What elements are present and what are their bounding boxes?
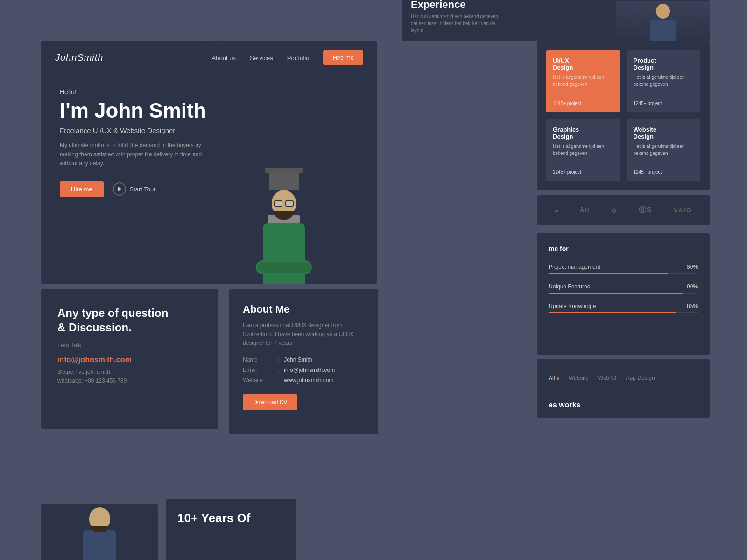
top-exp-desc: Het is al geruime tijd een bekend gegeve… <box>411 13 504 34</box>
service-website-projects: 1245+ project <box>634 169 694 175</box>
main-nav: JohnSmith About us Services Portfolio Hi… <box>41 41 377 74</box>
skill-uf-percent: 90% <box>687 283 698 290</box>
es-works-text: es works <box>549 401 580 409</box>
service-uiux[interactable]: UI/UXDesign Het is al geruime tijd een b… <box>546 50 620 112</box>
info-name-label: Name <box>243 357 273 363</box>
skill-pm-percent: 80% <box>687 264 698 270</box>
service-graphics[interactable]: GraphicsDesign Het is al geruime tijd ee… <box>546 119 620 182</box>
brands-strip: 𝒶 Āti ⊙ ⓈS VAIO <box>537 195 710 225</box>
info-website-row: Website : www.johnsmith.com <box>243 377 364 384</box>
filter-appdesign-btn[interactable]: App Design <box>626 375 655 381</box>
filter-dot <box>557 377 559 380</box>
top-experience-card: 10+ Years Of Experience Het is al geruim… <box>402 0 710 41</box>
skill-pm-bar-fill <box>549 273 668 274</box>
service-product[interactable]: ProductDesign Het is al geruime tijd een… <box>627 50 701 112</box>
info-name-value: John Smith <box>284 357 312 363</box>
skill-uf-bar-bg <box>549 293 698 294</box>
skill-unique-features: Unique Features 90% <box>549 283 698 294</box>
skill-uf-name: Unique Features <box>549 283 590 290</box>
service-product-title: ProductDesign <box>634 57 694 71</box>
service-product-projects: 1245+ project <box>634 101 694 106</box>
service-website-desc: Het is al geruime tijd een bekend gegeve… <box>634 143 694 157</box>
skill-pm-bar-bg <box>549 273 698 274</box>
play-icon <box>113 182 126 196</box>
service-graphics-desc: Het is al geruime tijd een bekend gegeve… <box>553 143 613 157</box>
nav-portfolio-link[interactable]: Portfolio <box>287 55 310 62</box>
info-email-colon: : <box>278 367 279 373</box>
nav-portfolio-item[interactable]: Portfolio <box>287 54 310 62</box>
hero-hire-btn[interactable]: Hire me <box>60 181 104 197</box>
service-website-title: WebsiteDesign <box>634 126 694 140</box>
service-uiux-desc: Het is al geruime tijd een bekend gegeve… <box>553 74 613 88</box>
bottom-exp-title-card: 10+ Years Of <box>166 499 296 560</box>
info-name-row: Name : John Smith <box>243 357 364 363</box>
info-email-value: info@johnsmith.com <box>284 367 335 373</box>
services-grid: UI/UXDesign Het is al geruime tijd een b… <box>537 41 710 190</box>
contact-email-link[interactable]: info@johnsmith.com <box>57 356 202 364</box>
service-product-desc: Het is al geruime tijd een bekend gegeve… <box>634 74 694 88</box>
info-name-colon: : <box>278 357 279 363</box>
skill-uk-bar-bg <box>549 312 698 313</box>
play-triangle <box>118 187 122 191</box>
partial-contact-for: me for <box>549 245 698 252</box>
filter-all-btn[interactable]: All <box>549 375 559 381</box>
question-title: Any type of question& Discussion. <box>57 306 202 335</box>
contact-skype: Skype: live.johnsmith <box>57 369 202 375</box>
skill-uf-bar-fill <box>549 293 683 294</box>
nav-hire-item[interactable]: Hire me <box>323 50 363 65</box>
nav-hire-btn[interactable]: Hire me <box>323 50 363 65</box>
service-graphics-title: GraphicsDesign <box>553 126 613 140</box>
info-website-label: Website <box>243 377 273 384</box>
nav-services-link[interactable]: Services <box>250 55 273 62</box>
about-me-title: About Me <box>243 303 364 315</box>
service-website[interactable]: WebsiteDesign Het is al geruime tijd een… <box>627 119 701 182</box>
info-email-label: Email <box>243 367 273 373</box>
bottom-exp-heading: 10+ Years Of <box>177 511 285 525</box>
info-website-colon: : <box>278 377 279 384</box>
start-tour-label: Start Tour <box>130 186 156 193</box>
contact-info-section: Any type of question& Discussion. Lets T… <box>41 289 218 429</box>
hero-start-tour-btn[interactable]: Start Tour <box>113 182 156 196</box>
hero-subtitle: Freelance UI/UX & Website Designer <box>60 126 237 134</box>
nav-about-link[interactable]: About us <box>212 55 236 62</box>
lets-talk-label: Lets Talk <box>57 342 81 349</box>
service-uiux-title: UI/UXDesign <box>553 57 613 71</box>
filter-website-btn[interactable]: Website <box>569 375 589 381</box>
hero-content: Hello! I'm John Smith Freelance UI/UX & … <box>41 74 256 211</box>
lets-talk-line <box>86 345 202 345</box>
brand-cs: ⓈS <box>639 205 652 215</box>
lets-talk: Lets Talk <box>57 342 202 349</box>
skill-project-management: Project management 80% <box>549 264 698 274</box>
brand-alibaba: 𝒶 <box>555 206 558 214</box>
about-me-desc: I am a professional UI/UX designer from … <box>243 321 364 348</box>
info-website-value: www.johnsmith.com <box>284 377 333 384</box>
main-hero-card: JohnSmith About us Services Portfolio Hi… <box>41 41 377 284</box>
download-cv-btn[interactable]: Download CV <box>243 394 297 410</box>
bottom-person-card <box>41 504 158 560</box>
logo-text: JohnSmith <box>55 52 104 63</box>
hero-description: My ultimate motto is to fulfill the dema… <box>60 141 218 168</box>
brand-vaio: VAIO <box>674 207 692 214</box>
service-uiux-projects: 1245+ project <box>553 101 613 106</box>
skill-uk-name: Update Knowledge <box>549 303 596 309</box>
contact-whatsapp: whatsapp: +00 123 456 789 <box>57 378 202 384</box>
brand-circle: ⊙ <box>611 207 617 214</box>
nav-links: About us Services Portfolio Hire me <box>212 50 363 65</box>
nav-about-item[interactable]: About us <box>212 54 236 62</box>
portfolio-filters: All Website Web UI App Design <box>537 359 710 397</box>
service-graphics-projects: 1245+ project <box>553 169 613 175</box>
skill-update-knowledge: Update Knowledge 85% <box>549 303 698 313</box>
hero-buttons: Hire me Start Tour <box>60 181 237 197</box>
filter-webui-btn[interactable]: Web UI <box>598 375 617 381</box>
hero-greeting: Hello! <box>60 88 237 96</box>
brand-ati: Āti <box>580 207 589 214</box>
nav-services-item[interactable]: Services <box>250 54 273 62</box>
skills-section: Project management 80% Unique Features 9… <box>537 252 710 355</box>
hero-name: I'm John Smith <box>60 99 237 122</box>
logo: JohnSmith <box>55 52 104 63</box>
info-email-row: Email : info@johnsmith.com <box>243 367 364 373</box>
skill-uk-bar-fill <box>549 312 676 313</box>
top-exp-subheadline: Experience <box>411 0 504 10</box>
skill-pm-name: Project management <box>549 264 600 270</box>
about-me-section: About Me I am a professional UI/UX desig… <box>229 289 378 434</box>
